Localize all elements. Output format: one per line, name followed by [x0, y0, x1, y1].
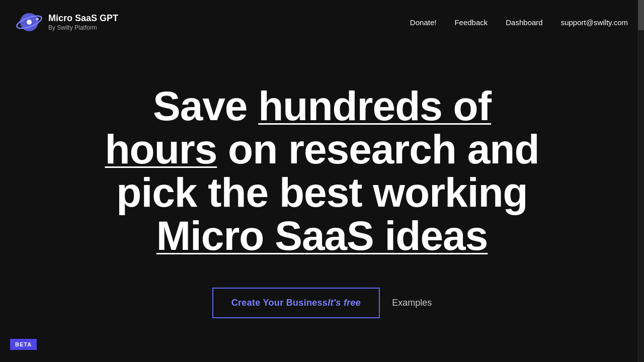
- header: Micro SaaS GPT By Swilty Platform Donate…: [0, 0, 644, 44]
- beta-badge: BETA: [10, 339, 37, 350]
- nav-support[interactable]: support@swilty.com: [561, 18, 628, 27]
- svg-point-3: [36, 18, 39, 21]
- hero-saas-text: Micro SaaS ideas: [156, 213, 488, 258]
- logo-area: Micro SaaS GPT By Swilty Platform: [16, 9, 118, 35]
- create-business-button[interactable]: Create Your Business It's free: [212, 288, 380, 318]
- nav-donate[interactable]: Donate!: [410, 18, 437, 27]
- hero-underlined-text: hundreds ofhours: [105, 83, 491, 172]
- scrollbar[interactable]: [638, 0, 644, 362]
- main-nav: Donate! Feedback Dashboard support@swilt…: [410, 18, 628, 27]
- cta-row: Create Your Business It's free Examples: [212, 288, 432, 318]
- logo-title: Micro SaaS GPT: [48, 13, 118, 24]
- examples-button[interactable]: Examples: [392, 298, 432, 308]
- create-business-label: Create Your Business: [231, 298, 328, 308]
- create-business-italic: It's free: [328, 298, 361, 308]
- svg-point-2: [27, 20, 32, 25]
- hero-title-text: Save hundreds ofhours on research andpic…: [105, 83, 539, 258]
- nav-feedback[interactable]: Feedback: [454, 18, 488, 27]
- hero-section: Save hundreds ofhours on research andpic…: [0, 54, 644, 318]
- hero-title: Save hundreds ofhours on research andpic…: [105, 84, 539, 257]
- nav-dashboard[interactable]: Dashboard: [506, 18, 542, 27]
- logo-text: Micro SaaS GPT By Swilty Platform: [48, 13, 118, 31]
- logo-icon: [16, 9, 42, 35]
- logo-subtitle: By Swilty Platform: [48, 24, 118, 31]
